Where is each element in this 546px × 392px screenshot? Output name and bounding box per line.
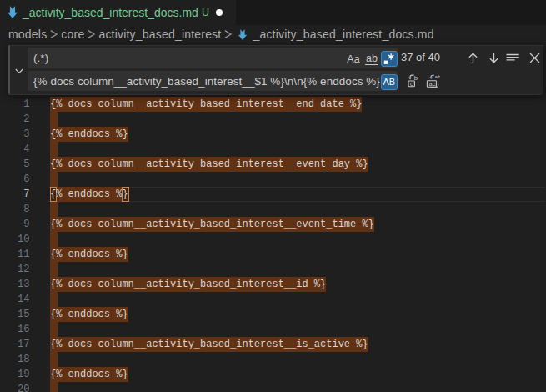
- svg-text:ab: ab: [435, 74, 440, 80]
- svg-text:ac: ac: [428, 80, 435, 87]
- svg-text:b: b: [413, 74, 418, 82]
- svg-text:c: c: [409, 81, 413, 88]
